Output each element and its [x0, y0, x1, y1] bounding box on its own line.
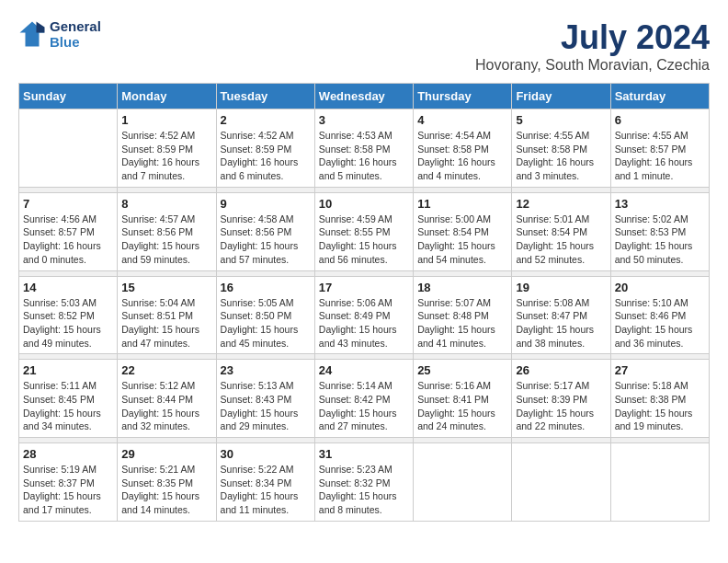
day-number: 31 — [319, 447, 409, 461]
weekday-header: Thursday — [414, 84, 512, 109]
logo: General Blue — [18, 18, 101, 50]
calendar-cell: 23Sunrise: 5:13 AM Sunset: 8:43 PM Dayli… — [216, 360, 314, 438]
day-info: Sunrise: 5:04 AM Sunset: 8:51 PM Dayligh… — [121, 296, 211, 350]
calendar-cell: 1Sunrise: 4:52 AM Sunset: 8:59 PM Daylig… — [118, 109, 216, 188]
calendar-week-row: 14Sunrise: 5:03 AM Sunset: 8:52 PM Dayli… — [19, 276, 710, 354]
logo-line1: General — [50, 18, 101, 34]
weekday-header: Wednesday — [314, 84, 413, 109]
logo-line2: Blue — [50, 34, 101, 50]
day-number: 22 — [121, 363, 211, 377]
day-number: 2 — [221, 113, 311, 127]
calendar-cell: 17Sunrise: 5:06 AM Sunset: 8:49 PM Dayli… — [314, 276, 413, 354]
day-number: 16 — [221, 281, 311, 294]
day-info: Sunrise: 5:12 AM Sunset: 8:44 PM Dayligh… — [121, 379, 211, 433]
calendar-cell: 20Sunrise: 5:10 AM Sunset: 8:46 PM Dayli… — [610, 276, 709, 354]
calendar-cell: 14Sunrise: 5:03 AM Sunset: 8:52 PM Dayli… — [19, 276, 118, 354]
day-number: 14 — [23, 281, 113, 294]
day-info: Sunrise: 4:55 AM Sunset: 8:58 PM Dayligh… — [516, 129, 606, 183]
day-info: Sunrise: 5:13 AM Sunset: 8:43 PM Dayligh… — [221, 379, 311, 433]
day-number: 8 — [121, 197, 211, 211]
day-number: 29 — [121, 447, 211, 461]
day-number: 15 — [121, 281, 211, 294]
calendar-cell: 22Sunrise: 5:12 AM Sunset: 8:44 PM Dayli… — [118, 360, 216, 438]
calendar-cell: 7Sunrise: 4:56 AM Sunset: 8:57 PM Daylig… — [19, 192, 118, 270]
day-number: 13 — [615, 197, 705, 211]
calendar-cell: 24Sunrise: 5:14 AM Sunset: 8:42 PM Dayli… — [314, 360, 413, 438]
logo-icon — [18, 20, 46, 48]
day-number: 9 — [221, 197, 311, 211]
day-info: Sunrise: 5:22 AM Sunset: 8:34 PM Dayligh… — [221, 463, 311, 517]
calendar-week-row: 21Sunrise: 5:11 AM Sunset: 8:45 PM Dayli… — [19, 360, 710, 438]
day-number: 1 — [121, 113, 211, 127]
day-info: Sunrise: 5:14 AM Sunset: 8:42 PM Dayligh… — [319, 379, 409, 433]
day-info: Sunrise: 4:53 AM Sunset: 8:58 PM Dayligh… — [319, 129, 409, 183]
day-info: Sunrise: 4:57 AM Sunset: 8:56 PM Dayligh… — [121, 213, 211, 267]
day-info: Sunrise: 5:19 AM Sunset: 8:37 PM Dayligh… — [23, 463, 113, 517]
day-info: Sunrise: 4:52 AM Sunset: 8:59 PM Dayligh… — [121, 129, 211, 183]
day-number: 24 — [319, 363, 409, 377]
calendar-cell: 18Sunrise: 5:07 AM Sunset: 8:48 PM Dayli… — [414, 276, 512, 354]
day-number: 18 — [417, 281, 507, 294]
day-info: Sunrise: 5:06 AM Sunset: 8:49 PM Dayligh… — [319, 296, 409, 350]
day-info: Sunrise: 5:10 AM Sunset: 8:46 PM Dayligh… — [615, 296, 705, 350]
title-area: July 2024 Hovorany, South Moravian, Czec… — [475, 18, 710, 74]
day-info: Sunrise: 5:00 AM Sunset: 8:54 PM Dayligh… — [417, 213, 507, 267]
calendar-cell: 13Sunrise: 5:02 AM Sunset: 8:53 PM Dayli… — [610, 192, 709, 270]
day-info: Sunrise: 5:18 AM Sunset: 8:38 PM Dayligh… — [615, 379, 705, 433]
day-number: 3 — [319, 113, 409, 127]
calendar-cell: 5Sunrise: 4:55 AM Sunset: 8:58 PM Daylig… — [512, 109, 610, 188]
calendar-week-row: 7Sunrise: 4:56 AM Sunset: 8:57 PM Daylig… — [19, 192, 710, 270]
day-number: 30 — [221, 447, 311, 461]
calendar-cell — [512, 443, 610, 522]
calendar-cell: 9Sunrise: 4:58 AM Sunset: 8:56 PM Daylig… — [216, 192, 314, 270]
calendar-week-row: 28Sunrise: 5:19 AM Sunset: 8:37 PM Dayli… — [19, 443, 710, 522]
day-number: 27 — [615, 363, 705, 377]
calendar-cell — [414, 443, 512, 522]
day-info: Sunrise: 5:05 AM Sunset: 8:50 PM Dayligh… — [221, 296, 311, 350]
day-number: 26 — [516, 363, 606, 377]
day-number: 17 — [319, 281, 409, 294]
calendar-cell — [610, 443, 709, 522]
day-number: 4 — [417, 113, 507, 127]
day-number: 23 — [221, 363, 311, 377]
calendar-cell: 28Sunrise: 5:19 AM Sunset: 8:37 PM Dayli… — [19, 443, 118, 522]
month-title: July 2024 — [475, 18, 710, 57]
calendar-week-row: 1Sunrise: 4:52 AM Sunset: 8:59 PM Daylig… — [19, 109, 710, 188]
calendar-cell: 26Sunrise: 5:17 AM Sunset: 8:39 PM Dayli… — [512, 360, 610, 438]
day-number: 11 — [417, 197, 507, 211]
day-number: 21 — [23, 363, 113, 377]
day-info: Sunrise: 5:01 AM Sunset: 8:54 PM Dayligh… — [516, 213, 606, 267]
calendar-cell: 10Sunrise: 4:59 AM Sunset: 8:55 PM Dayli… — [314, 192, 413, 270]
weekday-header: Tuesday — [216, 84, 314, 109]
day-info: Sunrise: 4:52 AM Sunset: 8:59 PM Dayligh… — [221, 129, 311, 183]
page-header: General Blue July 2024 Hovorany, South M… — [18, 18, 710, 74]
day-info: Sunrise: 4:54 AM Sunset: 8:58 PM Dayligh… — [417, 129, 507, 183]
day-number: 12 — [516, 197, 606, 211]
day-info: Sunrise: 5:02 AM Sunset: 8:53 PM Dayligh… — [615, 213, 705, 267]
calendar-cell: 11Sunrise: 5:00 AM Sunset: 8:54 PM Dayli… — [414, 192, 512, 270]
subtitle: Hovorany, South Moravian, Czechia — [475, 57, 710, 74]
calendar-cell: 25Sunrise: 5:16 AM Sunset: 8:41 PM Dayli… — [414, 360, 512, 438]
svg-marker-1 — [37, 22, 45, 33]
calendar-cell: 19Sunrise: 5:08 AM Sunset: 8:47 PM Dayli… — [512, 276, 610, 354]
day-number: 19 — [516, 281, 606, 294]
calendar-cell: 31Sunrise: 5:23 AM Sunset: 8:32 PM Dayli… — [314, 443, 413, 522]
day-number: 25 — [417, 363, 507, 377]
calendar-cell: 30Sunrise: 5:22 AM Sunset: 8:34 PM Dayli… — [216, 443, 314, 522]
day-number: 10 — [319, 197, 409, 211]
calendar-cell: 12Sunrise: 5:01 AM Sunset: 8:54 PM Dayli… — [512, 192, 610, 270]
calendar-cell: 15Sunrise: 5:04 AM Sunset: 8:51 PM Dayli… — [118, 276, 216, 354]
calendar-cell: 21Sunrise: 5:11 AM Sunset: 8:45 PM Dayli… — [19, 360, 118, 438]
calendar-cell: 4Sunrise: 4:54 AM Sunset: 8:58 PM Daylig… — [414, 109, 512, 188]
day-number: 5 — [516, 113, 606, 127]
day-info: Sunrise: 5:07 AM Sunset: 8:48 PM Dayligh… — [417, 296, 507, 350]
day-info: Sunrise: 5:23 AM Sunset: 8:32 PM Dayligh… — [319, 463, 409, 517]
calendar-cell: 29Sunrise: 5:21 AM Sunset: 8:35 PM Dayli… — [118, 443, 216, 522]
day-info: Sunrise: 4:59 AM Sunset: 8:55 PM Dayligh… — [319, 213, 409, 267]
weekday-header: Sunday — [19, 84, 118, 109]
day-info: Sunrise: 5:11 AM Sunset: 8:45 PM Dayligh… — [23, 379, 113, 433]
day-info: Sunrise: 5:03 AM Sunset: 8:52 PM Dayligh… — [23, 296, 113, 350]
weekday-header: Friday — [512, 84, 610, 109]
day-number: 6 — [615, 113, 705, 127]
day-info: Sunrise: 5:17 AM Sunset: 8:39 PM Dayligh… — [516, 379, 606, 433]
